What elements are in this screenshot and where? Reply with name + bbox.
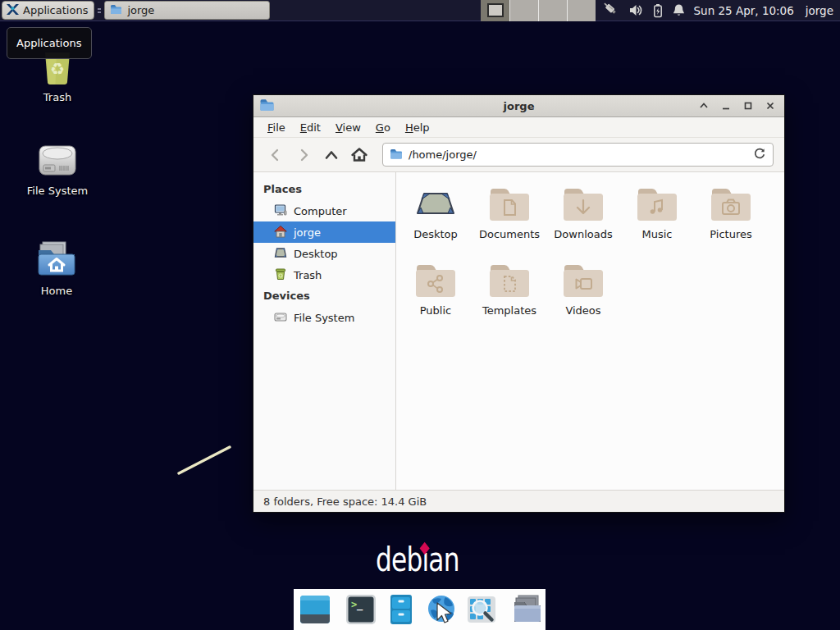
dock: > _ bbox=[294, 589, 546, 630]
folder-label: Videos bbox=[565, 304, 600, 317]
sidebar-item-label: Trash bbox=[294, 269, 322, 281]
back-button[interactable] bbox=[264, 144, 287, 167]
sidebar-item-label: jorge bbox=[294, 226, 321, 239]
debian-wordmark: debian bbox=[376, 541, 459, 578]
desktop-small-icon bbox=[274, 246, 287, 262]
titlebar[interactable]: jorge bbox=[253, 95, 784, 117]
forward-button[interactable] bbox=[292, 144, 315, 167]
folder-item-videos[interactable]: Videos bbox=[546, 260, 620, 317]
app-finder-icon bbox=[464, 592, 499, 627]
window-controls bbox=[698, 100, 776, 112]
file-grid: Desktop Documents Downloads bbox=[396, 172, 784, 490]
taskbar-window-button[interactable]: jorge bbox=[104, 1, 270, 20]
stray-line-artifact bbox=[174, 442, 235, 478]
debian-logo: debian bbox=[376, 541, 459, 578]
folder-item-desktop[interactable]: Desktop bbox=[399, 184, 472, 240]
folder-item-templates[interactable]: Templates bbox=[472, 260, 546, 317]
network-icon[interactable] bbox=[604, 2, 620, 18]
sidebar-header-places: Places bbox=[253, 179, 395, 200]
maximize-button[interactable] bbox=[742, 100, 754, 112]
workspace-2[interactable] bbox=[509, 0, 538, 21]
sidebar-item-jorge[interactable]: jorge bbox=[253, 221, 395, 243]
folder-item-pictures[interactable]: Pictures bbox=[694, 184, 768, 240]
folder-label: Documents bbox=[479, 228, 540, 240]
folder-item-documents[interactable]: Documents bbox=[472, 184, 546, 240]
path-input[interactable]: /home/jorge/ bbox=[409, 148, 747, 161]
dock-folder-icon bbox=[510, 592, 545, 627]
taskbar-window-label: jorge bbox=[127, 4, 154, 16]
desktop-icon-file-system[interactable]: File System bbox=[16, 139, 98, 197]
svg-text:♻: ♻ bbox=[50, 59, 65, 79]
path-folder-icon bbox=[390, 148, 403, 162]
workspace-1[interactable] bbox=[481, 0, 509, 21]
home-folder-icon bbox=[34, 240, 79, 281]
sidebar-item-trash[interactable]: Trash bbox=[253, 264, 395, 285]
workspace-3[interactable] bbox=[538, 0, 567, 21]
panel-handle[interactable] bbox=[96, 3, 102, 18]
toolbar: /home/jorge/ bbox=[253, 138, 784, 172]
folder-item-music[interactable]: Music bbox=[620, 184, 694, 240]
close-button[interactable] bbox=[765, 100, 776, 112]
home-button[interactable] bbox=[348, 144, 371, 167]
menu-go[interactable]: Go bbox=[368, 119, 398, 136]
status-text: 8 folders, Free space: 14.4 GiB bbox=[263, 495, 427, 508]
workspace-switcher bbox=[481, 0, 596, 21]
web-browser-icon bbox=[424, 592, 459, 627]
xfce-menu-icon bbox=[6, 2, 20, 19]
notifications-icon[interactable] bbox=[672, 3, 686, 18]
desktop-icon-label: Trash bbox=[43, 91, 71, 103]
applications-tooltip-text: Applications bbox=[16, 37, 81, 49]
desktop-icon-home[interactable]: Home bbox=[16, 240, 98, 297]
folder-item-public[interactable]: Public bbox=[399, 260, 472, 317]
folder-label: Pictures bbox=[710, 228, 751, 240]
folder-label: Desktop bbox=[413, 228, 458, 240]
minimize-button[interactable] bbox=[720, 100, 732, 112]
home-icon bbox=[274, 225, 287, 240]
folder-label: Public bbox=[420, 304, 451, 317]
terminal-icon: > _ bbox=[344, 592, 378, 627]
system-tray bbox=[604, 2, 686, 18]
volume-icon[interactable] bbox=[628, 3, 644, 17]
show-desktop-button[interactable] bbox=[298, 592, 332, 628]
reload-icon[interactable] bbox=[753, 147, 766, 162]
workspace-4[interactable] bbox=[567, 0, 596, 21]
svg-text:_: _ bbox=[357, 599, 363, 611]
terminal-launcher[interactable]: > _ bbox=[344, 592, 378, 628]
menu-view[interactable]: View bbox=[328, 119, 368, 136]
show-desktop-icon bbox=[298, 592, 332, 627]
downloads-folder-icon bbox=[560, 184, 606, 223]
path-bar[interactable]: /home/jorge/ bbox=[382, 143, 774, 167]
folder-launcher[interactable] bbox=[510, 592, 545, 628]
folder-label: Templates bbox=[482, 304, 536, 317]
app-finder-launcher[interactable] bbox=[464, 592, 499, 628]
desktop-trapezoid-icon bbox=[413, 184, 459, 223]
public-folder-icon bbox=[413, 260, 459, 299]
sidebar-item-label: Computer bbox=[294, 205, 347, 217]
menu-file[interactable]: File bbox=[260, 119, 293, 136]
music-folder-icon bbox=[634, 184, 680, 223]
up-button[interactable] bbox=[320, 144, 343, 167]
folder-item-downloads[interactable]: Downloads bbox=[546, 184, 620, 240]
panel-right-group: Sun 25 Apr, 10:06 jorge bbox=[481, 0, 840, 21]
hard-drive-icon bbox=[37, 139, 78, 181]
sidebar-item-desktop[interactable]: Desktop bbox=[253, 243, 395, 264]
sidebar-item-file-system[interactable]: File System bbox=[253, 307, 395, 328]
web-browser-launcher[interactable] bbox=[424, 592, 459, 628]
panel-username: jorge bbox=[806, 4, 833, 17]
file-manager-window: jorge File Edit View Go Help bbox=[253, 94, 785, 513]
shade-button[interactable] bbox=[698, 100, 710, 112]
taskbar-folder-icon bbox=[110, 4, 122, 17]
battery-icon[interactable] bbox=[652, 3, 664, 18]
templates-folder-icon bbox=[486, 260, 532, 299]
file-manager-launcher[interactable] bbox=[384, 592, 418, 628]
panel-clock[interactable]: Sun 25 Apr, 10:06 bbox=[694, 4, 794, 17]
menubar: File Edit View Go Help bbox=[253, 117, 784, 138]
applications-menu-label: Applications bbox=[23, 4, 88, 16]
top-panel: Applications jorge bbox=[0, 0, 840, 21]
sidebar-item-computer[interactable]: Computer bbox=[253, 200, 395, 221]
menu-edit[interactable]: Edit bbox=[293, 119, 328, 136]
file-cabinet-icon bbox=[384, 592, 418, 627]
applications-menu-button[interactable]: Applications bbox=[2, 1, 94, 20]
menu-help[interactable]: Help bbox=[398, 119, 437, 136]
computer-icon bbox=[274, 203, 287, 219]
